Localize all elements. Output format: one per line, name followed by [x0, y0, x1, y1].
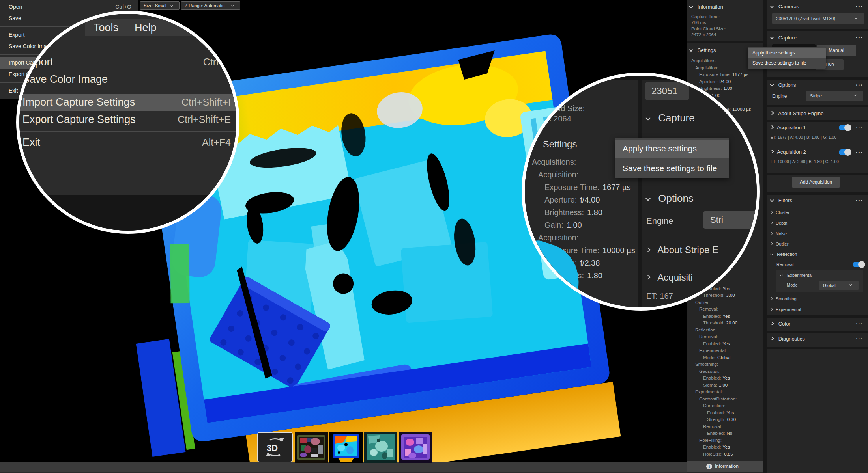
menu-item-import-capture-settings[interactable]: Import Capture SettingsCtrl+Shift+I — [19, 94, 239, 111]
settings-line: Smoothing: — [687, 362, 763, 369]
zivid-studio-window: Size: Small Z Range: Automatic OpenCtrl+… — [0, 0, 868, 473]
mode-dropdown-value: Global — [823, 283, 836, 288]
chevron-down-icon — [770, 253, 773, 255]
size-dropdown[interactable]: Size: Small — [140, 1, 180, 10]
save-these-settings-item[interactable]: Save these settings to file — [748, 58, 826, 68]
settings-line-label: Enabled: — [707, 410, 725, 415]
cameras-panel-header[interactable]: Cameras — [771, 4, 799, 9]
engine-dropdown[interactable]: Stripe — [806, 91, 863, 101]
chevron-down-icon — [689, 5, 693, 9]
acquisition-row-1[interactable]: Acquisition 1 — [771, 125, 806, 130]
acquisition-row-2[interactable]: Acquisition 2 — [771, 149, 806, 155]
settings-line-label: Experimental: — [695, 389, 723, 394]
chevron-down-icon — [689, 48, 693, 52]
snr-map-thumbnail[interactable] — [364, 432, 397, 463]
chevron-down-icon — [231, 4, 234, 7]
settings-line-value: f/4.00 — [719, 79, 731, 84]
settings-line: Correction: — [687, 403, 763, 410]
filter-row-cluster[interactable]: Cluster — [771, 210, 789, 215]
information-panel-header[interactable]: Information — [690, 4, 723, 10]
more-options-icon[interactable] — [856, 4, 863, 9]
chevron-right-icon — [770, 211, 773, 214]
camera-select-dropdown[interactable]: 230517E0 (Zivid Two+ M130) — [772, 13, 864, 24]
settings-line-label: Mode: — [703, 355, 716, 360]
more-options-icon[interactable] — [856, 198, 863, 203]
experimental-header-label: Experimental — [787, 273, 812, 277]
menu-item-exit[interactable]: ExitAlt+F4 — [19, 134, 239, 151]
settings-line-value: 10000 µs — [732, 107, 751, 112]
depth-map-thumbnail[interactable] — [329, 432, 363, 463]
save-these-settings-magnified[interactable]: Save these settings to file — [615, 159, 729, 177]
menu-item-label: Open — [9, 1, 22, 13]
options-title-magnified: Options — [658, 192, 694, 204]
normal-map-thumbnail[interactable] — [399, 432, 432, 463]
menu-item-export[interactable]: ExportCtrl+E — [19, 54, 239, 71]
filter-reflection-row[interactable]: Reflection — [771, 252, 797, 257]
settings-line: Enabled:Yes — [687, 341, 763, 348]
acquisition-et-magnified: ET: 167 — [646, 292, 673, 301]
options-panel-header[interactable]: Options — [771, 82, 796, 88]
menu-item-save-color-image[interactable]: Save Color Image — [19, 71, 239, 88]
divider — [687, 41, 763, 43]
chevron-right-icon — [770, 150, 774, 154]
engine-dropdown-magnified[interactable]: Stri — [703, 211, 760, 229]
apply-these-settings-magnified[interactable]: Apply these settings — [615, 140, 729, 158]
chevron-right-icon — [770, 232, 773, 235]
capture-header-magnified[interactable]: Capture — [646, 112, 695, 124]
acquisition-2-toggle[interactable] — [839, 149, 851, 155]
menu-item-label: Save Color Image — [22, 73, 108, 86]
experimental-header[interactable]: Experimental — [780, 273, 812, 277]
filters-panel-header[interactable]: Filters — [771, 197, 792, 203]
menu-item-label: Export — [9, 29, 24, 41]
settings-line-value: 0.85 — [724, 452, 733, 456]
more-options-icon[interactable] — [856, 82, 863, 87]
settings-panel-header[interactable]: Settings — [690, 47, 716, 53]
settings-header-magnified[interactable]: Settings — [531, 139, 577, 150]
chevron-down-icon — [770, 35, 774, 39]
settings-line-label: Enabled: — [703, 314, 721, 318]
acquisition-row-magnified[interactable]: Acquisiti — [646, 272, 693, 283]
chevron-down-icon — [645, 115, 651, 121]
column-divider — [638, 76, 642, 311]
about-stripe-row-magnified[interactable]: About Stripe E — [646, 244, 718, 255]
settings-line-label: Enabled: — [707, 431, 725, 436]
more-options-icon[interactable] — [856, 150, 863, 155]
z-range-dropdown[interactable]: Z Range: Automatic — [181, 1, 240, 10]
acquisition-summary: ET: 10000 | A: 2.38 | B: 1.80 | G: 1.00 — [771, 160, 839, 164]
menu-item-export-capture-settings[interactable]: Export Capture SettingsCtrl+Shift+E — [19, 111, 239, 128]
information-statusbar[interactable]: Information — [687, 461, 763, 472]
settings-line: Removal: — [687, 307, 763, 314]
acquisition-1-toggle[interactable] — [839, 125, 851, 130]
filter-row-outlier[interactable]: Outlier — [771, 242, 788, 246]
capture-panel-header[interactable]: Capture — [771, 35, 797, 41]
apply-these-settings-item[interactable]: Apply these settings — [748, 48, 826, 58]
chevron-right-icon — [645, 275, 651, 280]
help-menu[interactable]: Help — [135, 22, 157, 34]
settings-line: Gaussian: — [687, 369, 763, 376]
filter-row-noise[interactable]: Noise — [771, 231, 787, 236]
mode-dropdown[interactable]: Global — [819, 281, 859, 290]
settings-line: Mode:Global — [687, 355, 763, 362]
camera-button-magnified[interactable]: 23051 — [645, 82, 689, 100]
view-3d-button[interactable]: 3D — [257, 432, 293, 462]
settings-line: Enabled:Yes — [687, 376, 763, 383]
reflection-removal-toggle[interactable] — [853, 262, 864, 267]
settings-line: HoleFilling: — [687, 438, 763, 445]
settings-line-label: Enabled: — [703, 341, 721, 346]
settings-line-value: 3.00 — [726, 293, 735, 298]
capture-time-value: 786 ms — [691, 20, 706, 25]
tools-menu[interactable]: Tools — [94, 22, 118, 34]
settings-line: Removal: — [687, 334, 763, 341]
color-image-thumbnail[interactable] — [295, 432, 328, 463]
about-stripe-engine-row[interactable]: About Stripe Engine — [771, 110, 824, 116]
control-column: Cameras 230517E0 (Zivid Two+ M130) Captu… — [767, 0, 868, 473]
more-options-icon[interactable] — [856, 125, 863, 130]
settings-line: Enabled:No — [687, 431, 763, 438]
settings-line: Experimental: — [687, 348, 763, 355]
options-header-magnified[interactable]: Options — [646, 192, 694, 205]
add-acquisition-button[interactable]: Add Acquisition — [792, 177, 840, 188]
settings-line-label: Exposure Time: — [699, 72, 731, 77]
filter-row-depth[interactable]: Depth — [771, 221, 787, 225]
more-options-icon[interactable] — [856, 35, 863, 40]
settings-line: Experimental: — [687, 389, 763, 397]
